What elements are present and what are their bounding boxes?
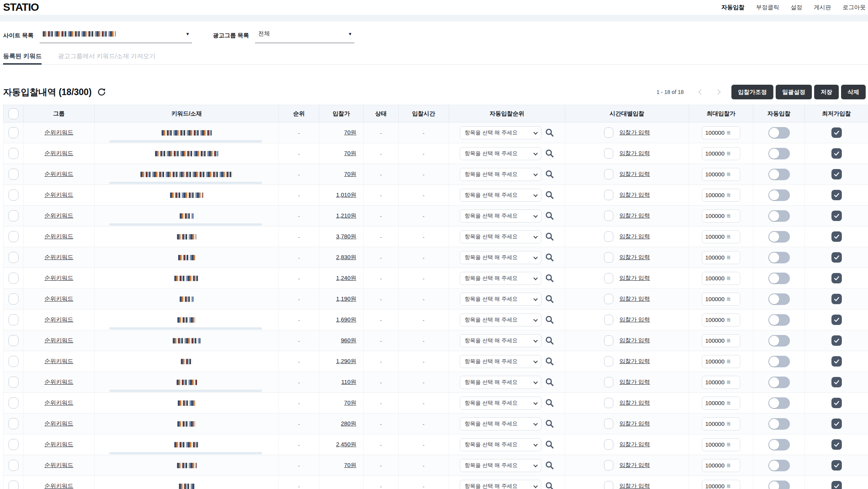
group-link[interactable]: 순위키워드 — [45, 129, 73, 136]
autobid-toggle[interactable] — [768, 418, 790, 430]
timebid-checkbox[interactable] — [604, 294, 613, 304]
max-bid-input[interactable]: 100000 원 — [702, 334, 740, 347]
max-bid-input[interactable]: 100000 원 — [702, 417, 740, 430]
action-button[interactable]: 일괄설정 — [776, 85, 812, 99]
timebid-input-link[interactable]: 입찰가 입력 — [619, 171, 650, 178]
bid-price-link[interactable]: 2,830원 — [336, 254, 356, 260]
group-link[interactable]: 순위키워드 — [45, 295, 73, 302]
autobid-toggle[interactable] — [768, 293, 790, 305]
autobid-rank-select[interactable]: 항목을 선택 해 주세요 — [460, 126, 541, 139]
bid-price-link[interactable]: 2,450원 — [336, 441, 356, 447]
autobid-toggle[interactable] — [768, 210, 790, 222]
timebid-input-link[interactable]: 입찰가 입력 — [619, 191, 650, 199]
autobid-rank-select[interactable]: 항목을 선택 해 주세요 — [460, 209, 541, 223]
autobid-rank-select[interactable]: 항목을 선택 해 주세요 — [460, 230, 541, 243]
lowest-bid-checkbox[interactable] — [831, 148, 842, 159]
timebid-checkbox[interactable] — [604, 460, 613, 471]
timebid-input-link[interactable]: 입찰가 입력 — [619, 482, 650, 489]
row-checkbox[interactable] — [8, 460, 18, 471]
lowest-bid-checkbox[interactable] — [831, 273, 842, 283]
timebid-input-link[interactable]: 입찰가 입력 — [619, 337, 650, 344]
autobid-rank-select[interactable]: 항목을 선택 해 주세요 — [460, 251, 541, 264]
timebid-input-link[interactable]: 입찰가 입력 — [619, 150, 650, 157]
max-bid-input[interactable]: 100000 원 — [702, 459, 740, 472]
autobid-toggle[interactable] — [768, 231, 790, 243]
row-checkbox[interactable] — [8, 273, 18, 284]
max-bid-input[interactable]: 100000 원 — [702, 126, 740, 139]
row-checkbox[interactable] — [8, 189, 18, 201]
group-link[interactable]: 순위키워드 — [45, 358, 73, 364]
timebid-checkbox[interactable] — [604, 419, 613, 429]
max-bid-input[interactable]: 100000 원 — [702, 438, 740, 451]
autobid-toggle[interactable] — [768, 481, 790, 489]
autobid-rank-select[interactable]: 항목을 선택 해 주세요 — [460, 272, 541, 285]
lowest-bid-checkbox[interactable] — [831, 127, 842, 138]
lowest-bid-checkbox[interactable] — [831, 419, 842, 429]
keyword-hscrollbar[interactable] — [109, 182, 262, 184]
timebid-input-link[interactable]: 입찰가 입력 — [619, 254, 650, 261]
autobid-toggle[interactable] — [768, 377, 790, 388]
pagination-next-button[interactable] — [712, 86, 724, 98]
timebid-checkbox[interactable] — [604, 211, 613, 221]
bid-price-link[interactable]: 1,190원 — [336, 295, 356, 302]
timebid-checkbox[interactable] — [604, 148, 613, 159]
timebid-checkbox[interactable] — [604, 190, 613, 200]
bid-price-link[interactable]: 110원 — [341, 378, 356, 385]
select-all-checkbox[interactable] — [8, 108, 18, 119]
app-logo[interactable]: STATIO — [3, 1, 39, 13]
timebid-checkbox[interactable] — [604, 169, 613, 179]
bid-price-link[interactable]: 960원 — [341, 337, 356, 343]
max-bid-input[interactable]: 100000 원 — [702, 480, 740, 489]
keyword-hscrollbar[interactable] — [109, 390, 262, 392]
timebid-input-link[interactable]: 입찰가 입력 — [619, 275, 650, 282]
autobid-rank-select[interactable]: 항목을 선택 해 주세요 — [460, 147, 541, 160]
autobid-toggle[interactable] — [768, 169, 790, 180]
search-icon[interactable] — [545, 169, 554, 179]
search-icon[interactable] — [545, 377, 554, 387]
lowest-bid-checkbox[interactable] — [831, 481, 842, 489]
timebid-checkbox[interactable] — [604, 439, 613, 450]
timebid-checkbox[interactable] — [604, 481, 613, 489]
autobid-toggle[interactable] — [768, 314, 790, 326]
lowest-bid-checkbox[interactable] — [831, 294, 842, 304]
row-checkbox[interactable] — [8, 314, 18, 325]
timebid-input-link[interactable]: 입찰가 입력 — [619, 441, 650, 448]
autobid-toggle[interactable] — [768, 148, 790, 159]
tab[interactable]: 광고그룹에서 키워드/소재 가져오기 — [58, 52, 155, 64]
autobid-rank-select[interactable]: 항목을 선택 해 주세요 — [460, 293, 541, 306]
row-checkbox[interactable] — [8, 127, 18, 138]
lowest-bid-checkbox[interactable] — [831, 252, 842, 263]
bid-price-link[interactable]: 1,290원 — [336, 358, 356, 364]
timebid-checkbox[interactable] — [604, 252, 613, 263]
row-checkbox[interactable] — [8, 293, 18, 305]
group-link[interactable]: 순위키워드 — [45, 171, 73, 177]
bid-price-link[interactable]: 70원 — [344, 150, 356, 156]
tab[interactable]: 등록된 키워드 — [3, 52, 42, 64]
autobid-toggle[interactable] — [768, 335, 790, 347]
group-link[interactable]: 순위키워드 — [45, 482, 73, 489]
autobid-rank-select[interactable]: 항목을 선택 해 주세요 — [460, 313, 541, 327]
bid-price-link[interactable]: 70원 — [344, 399, 356, 406]
timebid-input-link[interactable]: 입찰가 입력 — [619, 316, 650, 323]
group-link[interactable]: 순위키워드 — [45, 441, 73, 447]
timebid-input-link[interactable]: 입찰가 입력 — [619, 378, 650, 386]
autobid-toggle[interactable] — [768, 127, 790, 139]
bid-price-link[interactable]: 1,210원 — [336, 212, 356, 219]
autobid-toggle[interactable] — [768, 397, 790, 409]
group-link[interactable]: 순위키워드 — [45, 212, 73, 219]
max-bid-input[interactable]: 100000 원 — [702, 147, 740, 160]
search-icon[interactable] — [545, 398, 554, 408]
search-icon[interactable] — [545, 315, 554, 325]
max-bid-input[interactable]: 100000 원 — [702, 313, 740, 327]
row-checkbox[interactable] — [8, 252, 18, 263]
bid-price-link[interactable]: 70원 — [344, 129, 356, 136]
autobid-rank-select[interactable]: 항목을 선택 해 주세요 — [460, 189, 541, 202]
max-bid-input[interactable]: 100000 원 — [702, 272, 740, 285]
bid-price-link[interactable]: 1,010원 — [336, 191, 356, 198]
max-bid-input[interactable]: 100000 원 — [702, 293, 740, 306]
group-link[interactable]: 순위키워드 — [45, 191, 73, 198]
lowest-bid-checkbox[interactable] — [831, 398, 842, 408]
timebid-input-link[interactable]: 입찰가 입력 — [619, 399, 650, 407]
group-link[interactable]: 순위키워드 — [45, 254, 73, 260]
timebid-input-link[interactable]: 입찰가 입력 — [619, 212, 650, 219]
